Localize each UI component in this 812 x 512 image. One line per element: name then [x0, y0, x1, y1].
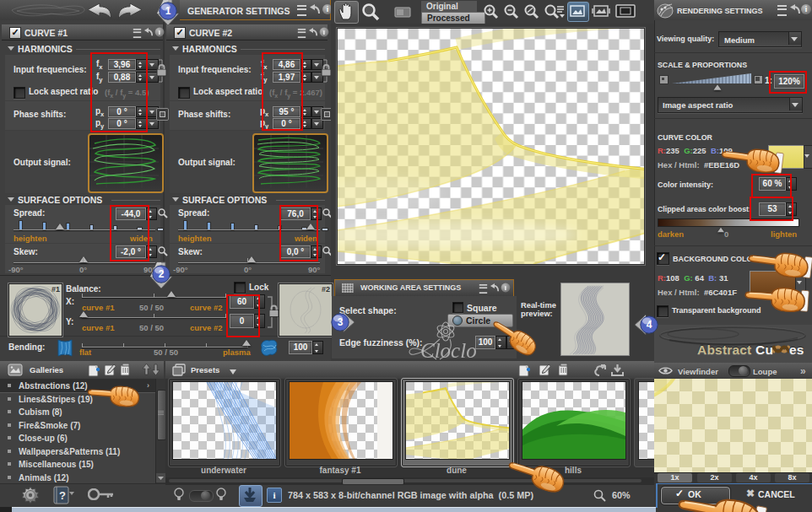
svg-text:3: 3 [338, 316, 344, 328]
svg-text:?: ? [59, 489, 66, 502]
svg-text:Cloclo: Cloclo [420, 339, 477, 362]
svg-text:4: 4 [647, 319, 652, 331]
svg-text:2: 2 [159, 268, 165, 280]
svg-text:1: 1 [165, 5, 171, 17]
